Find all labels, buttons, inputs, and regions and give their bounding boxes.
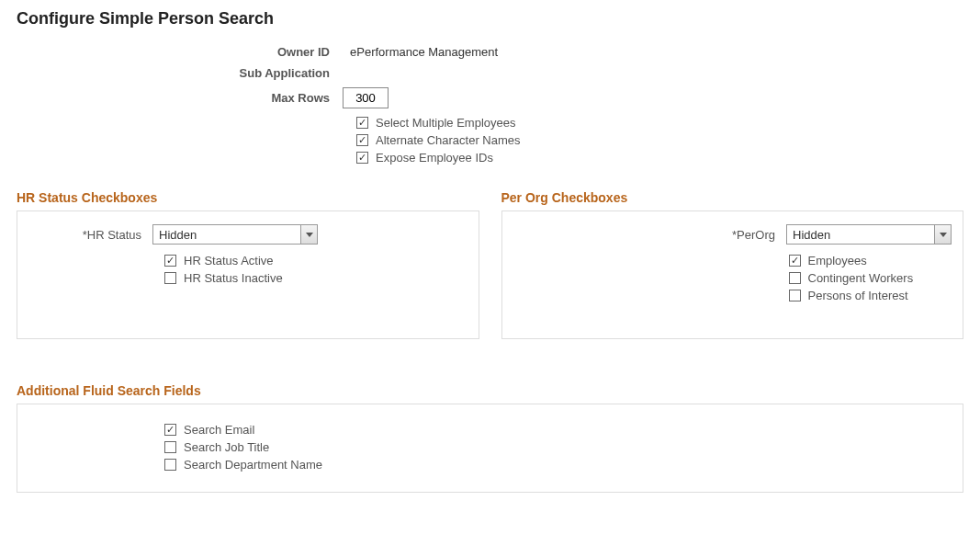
owner-id-label: Owner ID xyxy=(17,45,343,59)
checkbox-label: Select Multiple Employees xyxy=(376,116,515,130)
hr-panel-title: HR Status Checkboxes xyxy=(17,190,479,205)
checkbox-label: Contingent Workers xyxy=(808,271,914,285)
sub-app-label: Sub Application xyxy=(17,66,343,80)
owner-id-value: ePerformance Management xyxy=(343,45,498,59)
checkbox-search-job-title[interactable] xyxy=(164,441,176,453)
checkbox-employees[interactable] xyxy=(789,255,801,267)
max-rows-label: Max Rows xyxy=(17,91,343,105)
checkbox-search-dept-name[interactable] xyxy=(164,459,176,471)
hr-status-panel: HR Status Checkboxes *HR Status Hidden H… xyxy=(17,190,479,339)
select-value: Hidden xyxy=(159,228,197,242)
checkbox-label: Employees xyxy=(808,254,867,267)
per-org-select[interactable]: Hidden xyxy=(786,224,952,245)
checkbox-label: Search Department Name xyxy=(184,458,322,472)
additional-panel-title: Additional Fluid Search Fields xyxy=(17,383,963,398)
checkbox-label: HR Status Active xyxy=(184,254,274,267)
checkbox-select-multiple[interactable] xyxy=(356,117,368,129)
checkbox-label: HR Status Inactive xyxy=(184,271,283,285)
checkbox-hr-inactive[interactable] xyxy=(164,272,176,284)
checkbox-hr-active[interactable] xyxy=(164,255,176,267)
chevron-down-icon xyxy=(934,225,951,244)
checkbox-label: Expose Employee IDs xyxy=(376,151,493,165)
checkbox-alternate-names[interactable] xyxy=(356,134,368,146)
hr-status-label: *HR Status xyxy=(28,228,152,242)
select-value: Hidden xyxy=(793,228,830,242)
org-panel-title: Per Org Checkboxes xyxy=(501,190,964,205)
additional-fields-panel: Additional Fluid Search Fields Search Em… xyxy=(17,383,963,493)
hr-status-select[interactable]: Hidden xyxy=(152,224,318,245)
top-checkbox-group: Select Multiple Employees Alternate Char… xyxy=(356,116,963,165)
checkbox-search-email[interactable] xyxy=(164,424,176,436)
checkbox-label: Persons of Interest xyxy=(808,289,908,302)
checkbox-persons-interest[interactable] xyxy=(789,290,801,301)
per-org-panel: Per Org Checkboxes *PerOrg Hidden Employ… xyxy=(501,190,964,339)
checkbox-expose-ids[interactable] xyxy=(356,152,368,164)
page-title: Configure Simple Person Search xyxy=(17,9,963,28)
checkbox-label: Search Email xyxy=(184,423,254,437)
checkbox-label: Alternate Character Names xyxy=(376,133,521,147)
max-rows-input[interactable] xyxy=(343,87,389,108)
checkbox-contingent-workers[interactable] xyxy=(789,272,801,284)
chevron-down-icon xyxy=(300,225,317,244)
checkbox-label: Search Job Title xyxy=(184,440,269,454)
per-org-label: *PerOrg xyxy=(513,228,787,242)
